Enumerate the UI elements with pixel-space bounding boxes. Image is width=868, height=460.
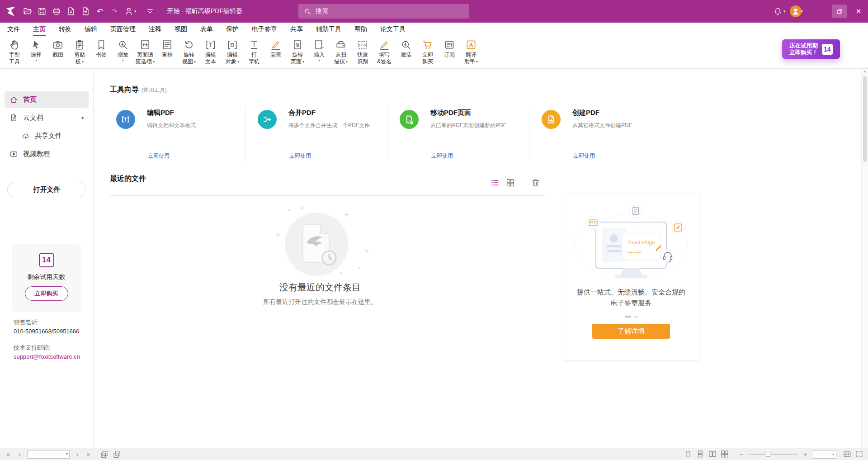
zoom-box-caret-icon[interactable]: ▾: [832, 452, 834, 456]
prev-page-button[interactable]: ‹: [16, 451, 23, 458]
ribbon-page-fit[interactable]: 页面适应选项▾: [135, 38, 156, 66]
content-scrollbar[interactable]: ▲: [861, 69, 868, 448]
notifications-caret-icon[interactable]: ▾: [783, 9, 786, 14]
titlebar: ↶ ↷ ▾ 开始 - 福昕高级PDF编辑器 搜索 ▾ ▾ ─ ✕: [0, 0, 868, 23]
sidebar-item-home[interactable]: 首页: [5, 91, 89, 108]
last-page-button[interactable]: »: [85, 451, 92, 458]
buy-now-button[interactable]: 立即购买: [25, 286, 68, 301]
list-view-icon[interactable]: [490, 178, 500, 188]
sidebar-item-video-tutorials[interactable]: 视频教程: [5, 146, 89, 162]
menu-item-page-manage[interactable]: 页面管理: [110, 23, 136, 36]
tool-card-create-pdf[interactable]: 创建PDF 从其它格式文件创建PDF 立即使用: [542, 105, 673, 164]
support-email-link[interactable]: support@foxitsoftware.cn: [14, 353, 80, 361]
zoom-out-button[interactable]: −: [737, 451, 745, 458]
next-page-button[interactable]: ›: [74, 451, 81, 458]
grid-view-icon[interactable]: [505, 178, 515, 188]
export-pdf-icon[interactable]: [64, 4, 78, 19]
zoom-icon: [117, 39, 129, 51]
user-avatar[interactable]: [790, 5, 802, 17]
ribbon-subscribe[interactable]: 订阅: [439, 38, 459, 59]
ribbon-typewriter[interactable]: 打字机: [244, 38, 264, 66]
restore-button[interactable]: [830, 0, 849, 23]
menu-item-help[interactable]: 帮助: [354, 23, 367, 36]
tool-card-merge-pdf[interactable]: 合并PDF 将多个文件合并生成一个PDF文件 立即使用: [258, 105, 389, 164]
menu-item-esign[interactable]: 电子签章: [252, 23, 277, 36]
expand-caret-icon[interactable]: ▾: [81, 115, 84, 120]
carousel-dot-active[interactable]: [625, 316, 631, 318]
menu-item-edit[interactable]: 编辑: [85, 23, 97, 36]
first-page-button[interactable]: «: [5, 451, 12, 458]
sidebar-item-shared-files[interactable]: 共享文件: [5, 128, 89, 144]
esign-quick-caret-icon[interactable]: ▾: [134, 9, 137, 14]
clear-recent-trash-icon[interactable]: [531, 178, 541, 188]
ribbon-clipboard[interactable]: 剪贴板▾: [70, 38, 90, 66]
sidebar-item-cloud-docs[interactable]: 云文档 ▾: [5, 109, 89, 126]
ribbon-fill-sign[interactable]: 填写&签名: [374, 38, 394, 66]
page-number-input[interactable]: [27, 450, 70, 459]
ribbon-translate-assistant[interactable]: 翻译助手▾: [461, 38, 481, 66]
ribbon-hand-tool[interactable]: 手型工具: [5, 38, 24, 66]
snapshot-pages-alt-icon[interactable]: [113, 450, 121, 459]
continuous-view-icon[interactable]: [696, 450, 704, 458]
ribbon-quick-ocr[interactable]: OCR快速识别: [353, 38, 373, 66]
menu-item-form[interactable]: 表单: [200, 23, 213, 36]
use-now-link[interactable]: 立即使用: [431, 152, 453, 160]
menu-item-share[interactable]: 共享: [290, 23, 303, 36]
search-input[interactable]: 搜索: [298, 4, 469, 19]
convert-pdf-icon[interactable]: [78, 4, 93, 19]
zoom-percentage-box[interactable]: ▾: [813, 450, 836, 459]
ribbon-from-scanner[interactable]: 从扫描仪▾: [331, 38, 351, 66]
menu-item-convert[interactable]: 转换: [59, 23, 71, 36]
fit-width-icon[interactable]: [843, 450, 851, 458]
ribbon-buy-now[interactable]: 立即购买: [418, 38, 438, 66]
close-button[interactable]: ✕: [849, 0, 868, 23]
use-now-link[interactable]: 立即使用: [573, 152, 595, 160]
ribbon-snapshot[interactable]: 截图: [48, 38, 68, 59]
use-now-link[interactable]: 立即使用: [289, 152, 311, 160]
facing-view-icon[interactable]: [708, 450, 717, 458]
single-page-view-icon[interactable]: [684, 450, 692, 458]
menu-item-paper-tools[interactable]: 论文工具: [380, 23, 406, 36]
scrollbar-thumb[interactable]: [863, 76, 867, 162]
ribbon-highlight[interactable]: 高亮: [266, 38, 286, 59]
trial-period-badge[interactable]: 正在试用期立即购买！ 14: [782, 39, 840, 59]
facing-continuous-view-icon[interactable]: [721, 450, 729, 458]
zoom-slider-thumb[interactable]: [766, 452, 770, 457]
carousel-dot[interactable]: [634, 316, 638, 318]
use-now-link[interactable]: 立即使用: [148, 152, 170, 160]
menu-item-protect[interactable]: 保护: [226, 23, 239, 36]
menu-item-home[interactable]: 主页: [33, 23, 46, 36]
ribbon-insert[interactable]: 插入▾: [309, 38, 329, 63]
ribbon-bookmark[interactable]: 书签: [91, 38, 111, 59]
zoom-slider[interactable]: [749, 451, 797, 458]
menu-item-comment[interactable]: 注释: [149, 23, 161, 36]
print-icon[interactable]: [49, 4, 64, 19]
minimize-button[interactable]: ─: [811, 0, 830, 23]
ribbon-rotate-pages[interactable]: 旋转页面▾: [288, 38, 307, 66]
undo-icon[interactable]: ↶: [93, 4, 107, 19]
snapshot-pages-icon[interactable]: [100, 450, 108, 459]
page-input-caret-icon[interactable]: ▾: [66, 452, 68, 456]
learn-more-button[interactable]: 了解详情: [592, 324, 670, 339]
tool-card-move-pdf-pages[interactable]: 移动PDF页面 从已有的PDF页面创建新的PDF 立即使用: [400, 105, 531, 164]
ribbon-rotate-view[interactable]: 旋转视图▾: [179, 38, 199, 66]
ribbon-edit-text[interactable]: 编辑文本: [201, 38, 221, 66]
zoom-in-button[interactable]: +: [802, 451, 809, 458]
menu-item-accessibility[interactable]: 辅助工具: [316, 23, 341, 36]
tool-card-edit-pdf[interactable]: 编辑PDF 编辑文档和文本格式 立即使用: [116, 105, 247, 164]
avatar-caret-icon[interactable]: ▾: [801, 9, 803, 14]
menu-item-view[interactable]: 视图: [175, 23, 187, 36]
ribbon-activate[interactable]: 激活: [396, 38, 416, 59]
save-icon[interactable]: [35, 4, 49, 19]
quick-access-menu-icon[interactable]: [143, 4, 157, 19]
fullscreen-icon[interactable]: [855, 450, 863, 458]
redo-icon[interactable]: ↷: [107, 4, 122, 19]
ribbon-zoom[interactable]: 缩放▾: [113, 38, 133, 63]
ribbon-edit-object[interactable]: 编辑对象▾: [222, 38, 242, 66]
scroll-up-arrow-icon[interactable]: ▲: [862, 70, 868, 73]
open-file-button[interactable]: 打开文件: [7, 182, 86, 197]
open-file-icon[interactable]: [20, 4, 35, 19]
ribbon-select[interactable]: 选择▾: [26, 38, 46, 63]
menu-item-file[interactable]: 文件: [7, 23, 20, 36]
ribbon-reflow[interactable]: 重排: [157, 38, 177, 59]
